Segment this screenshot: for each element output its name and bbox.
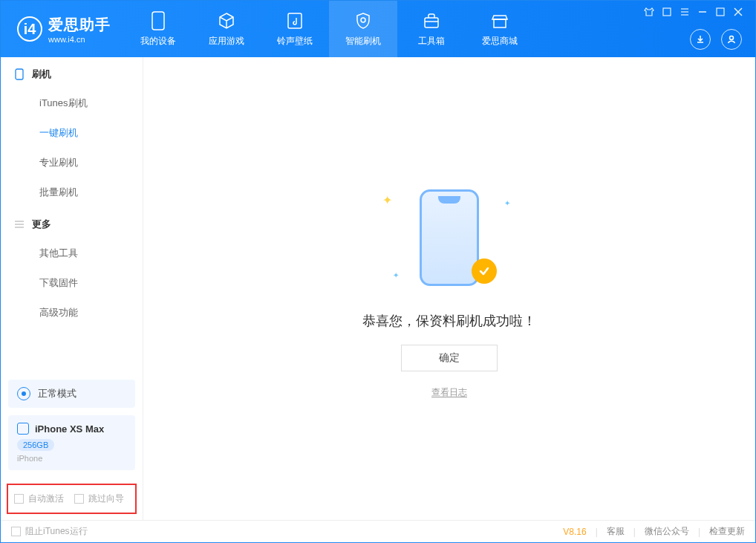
cube-icon [217, 11, 236, 30]
menu-icon[interactable] [680, 7, 690, 17]
sidebar-item-batch-flash[interactable]: 批量刷机 [1, 178, 143, 207]
list-icon [14, 219, 25, 230]
mode-dot-icon [17, 387, 30, 400]
header-action-circles [690, 29, 742, 50]
shield-icon [353, 11, 373, 30]
svg-rect-11 [717, 8, 724, 16]
main-tabs: 我的设备 应用游戏 铃声壁纸 智能刷机 工具箱 爱思商城 [124, 1, 534, 57]
store-icon [490, 11, 509, 30]
version-label: V8.16 [563, 527, 586, 537]
svg-rect-3 [425, 18, 438, 27]
checkbox-icon [11, 527, 21, 536]
tab-my-device[interactable]: 我的设备 [124, 1, 192, 57]
phone-small-icon [14, 68, 25, 80]
app-subtitle: www.i4.cn [48, 35, 111, 44]
tab-toolbox[interactable]: 工具箱 [397, 1, 466, 57]
highlighted-checkbox-area: 自动激活 跳过向导 [7, 484, 137, 514]
tab-apps-games[interactable]: 应用游戏 [192, 1, 261, 57]
svg-point-14 [730, 36, 734, 40]
toolbox-icon [422, 11, 441, 30]
storage-badge: 256GB [17, 439, 54, 451]
check-badge-icon [472, 259, 497, 284]
sparkle-icon: ✦ [393, 271, 399, 279]
view-log-link[interactable]: 查看日志 [431, 386, 467, 399]
sparkle-icon: ✦ [382, 193, 392, 207]
sidebar-item-one-click-flash[interactable]: 一键刷机 [1, 118, 143, 148]
footer-link-service[interactable]: 客服 [607, 525, 625, 538]
logo-icon: i4 [17, 16, 42, 42]
close-icon[interactable] [733, 7, 743, 17]
app-logo: i4 爱思助手 www.i4.cn [1, 15, 124, 44]
svg-rect-0 [152, 12, 164, 30]
device-icon [149, 11, 168, 30]
sparkle-icon: ✦ [504, 199, 510, 207]
checkbox-skip-guide[interactable]: 跳过向导 [74, 492, 124, 505]
svg-rect-6 [663, 8, 671, 16]
maximize-icon[interactable] [715, 7, 726, 17]
skin-icon[interactable] [644, 7, 654, 17]
main-panel: ✦ ✦ ✦ 恭喜您，保资料刷机成功啦！ 确定 查看日志 [143, 57, 755, 520]
device-card[interactable]: iPhone XS Max 256GB iPhone [8, 415, 135, 470]
svg-point-2 [361, 18, 365, 22]
svg-rect-1 [288, 13, 302, 28]
footer-link-wechat[interactable]: 微信公众号 [645, 525, 689, 538]
sidebar-section-flash: 刷机 [1, 57, 143, 88]
checkbox-icon [14, 494, 24, 504]
tab-smart-flash[interactable]: 智能刷机 [329, 1, 397, 57]
download-button[interactable] [690, 29, 711, 50]
box-icon[interactable] [662, 7, 672, 17]
sidebar-section-more: 更多 [1, 207, 143, 238]
footer-link-update[interactable]: 检查更新 [709, 525, 745, 538]
app-title: 爱思助手 [48, 15, 111, 35]
checkbox-icon [74, 494, 84, 504]
footer-block-itunes[interactable]: 阻止iTunes运行 [11, 525, 88, 538]
window-controls [644, 7, 743, 17]
sidebar: 刷机 iTunes刷机 一键刷机 专业刷机 批量刷机 更多 其他工具 下载固件 … [1, 57, 143, 520]
footer: 阻止iTunes运行 V8.16 | 客服 | 微信公众号 | 检查更新 [1, 520, 755, 542]
success-illustration: ✦ ✦ ✦ [375, 178, 524, 297]
sidebar-bottom: 正常模式 iPhone XS Max 256GB iPhone [1, 372, 143, 478]
sidebar-item-pro-flash[interactable]: 专业刷机 [1, 148, 143, 178]
device-name: iPhone XS Max [35, 423, 104, 435]
sidebar-item-advanced[interactable]: 高级功能 [1, 298, 143, 328]
music-file-icon [285, 11, 304, 30]
svg-rect-5 [494, 19, 506, 27]
user-button[interactable] [721, 29, 742, 50]
content-area: 刷机 iTunes刷机 一键刷机 专业刷机 批量刷机 更多 其他工具 下载固件 … [1, 57, 755, 520]
success-message: 恭喜您，保资料刷机成功啦！ [362, 312, 536, 330]
device-type: iPhone [17, 454, 126, 463]
svg-rect-15 [16, 69, 23, 79]
sidebar-item-itunes-flash[interactable]: iTunes刷机 [1, 88, 143, 118]
ok-button[interactable]: 确定 [401, 345, 498, 371]
sidebar-item-other-tools[interactable]: 其他工具 [1, 238, 143, 268]
app-header: i4 爱思助手 www.i4.cn 我的设备 应用游戏 铃声壁纸 智能刷机 工具… [1, 1, 755, 57]
minimize-icon[interactable] [697, 7, 708, 17]
device-small-icon [17, 423, 29, 435]
phone-illustration [420, 189, 479, 286]
sidebar-item-download-firmware[interactable]: 下载固件 [1, 268, 143, 298]
checkbox-auto-activate[interactable]: 自动激活 [14, 492, 64, 505]
tab-ringtone-wallpaper[interactable]: 铃声壁纸 [261, 1, 329, 57]
mode-indicator[interactable]: 正常模式 [8, 380, 135, 408]
tab-store[interactable]: 爱思商城 [466, 1, 534, 57]
